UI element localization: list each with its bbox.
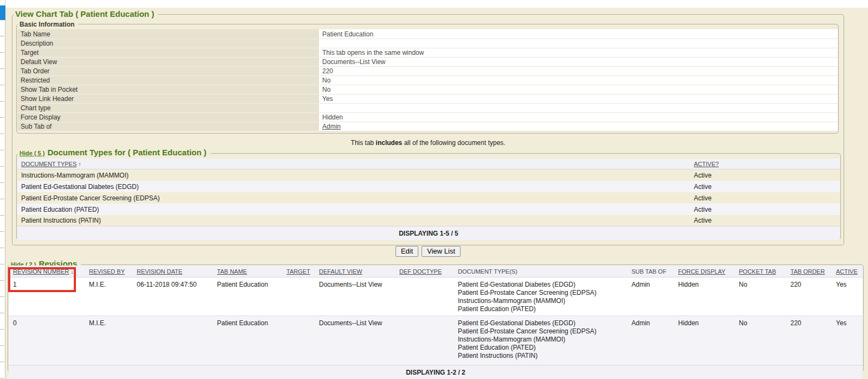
force-display-sort-link[interactable]: FORCE DISPLAY	[678, 268, 725, 275]
table-header-row: DOCUMENT TYPES↑ ACTIVE?	[17, 159, 840, 169]
tab-name-sort-link[interactable]: TAB NAME	[217, 268, 247, 275]
field-value-show-link-header: Yes	[319, 94, 838, 103]
revision-number: 0	[9, 316, 85, 365]
table-row: Tab Name Patient Education	[17, 29, 838, 39]
def-doctype-sort-link[interactable]: DEF DOCTYPE	[399, 268, 442, 275]
field-label-tab-order: Tab Order	[17, 66, 319, 75]
document-types-table: DOCUMENT TYPES↑ ACTIVE? Instructions-Mam…	[17, 159, 840, 240]
col-header-document-types: DOCUMENT TYPE(S)	[454, 266, 627, 277]
table-row: Patient Ed-Prostate Cancer Screening (ED…	[17, 192, 840, 204]
field-label-restricted: Restricted	[17, 75, 319, 85]
document-type-active: Active	[690, 192, 840, 204]
pocket-tab: No	[735, 277, 786, 316]
revision-date-sort-link[interactable]: REVISION DATE	[137, 268, 182, 275]
field-value-force-display: Hidden	[319, 112, 838, 122]
revised-by-sort-link[interactable]: REVISED BY	[89, 268, 125, 275]
field-value-description	[319, 39, 838, 48]
table-row: Tab Order 220	[17, 66, 838, 75]
table-row: Target This tab opens in the same window	[17, 48, 838, 57]
active-sort-link[interactable]: ACTIVE	[836, 268, 858, 275]
tab-name: Patient Education	[213, 277, 282, 316]
target	[282, 316, 315, 365]
table-header-row: REVISION NUMBER↓ REVISED BY REVISION DAT…	[9, 266, 863, 277]
target	[282, 277, 315, 316]
table-row: Patient Instructions (PATIN) Active	[17, 215, 840, 226]
document-types-legend: Hide ( 5 )Document Types for ( Patient E…	[18, 148, 210, 158]
field-label-show-tab-in-pocket: Show Tab in Pocket	[17, 85, 319, 94]
document-types-sort-link[interactable]: DOCUMENT TYPES	[21, 161, 76, 167]
edit-button[interactable]: Edit	[395, 246, 418, 257]
field-label-tab-name: Tab Name	[17, 29, 319, 39]
sub-tab-of: Admin	[627, 277, 674, 316]
sort-descending-icon: ↓	[71, 268, 74, 275]
left-nav-active-indicator	[0, 5, 5, 20]
document-type-name: Instructions-Mammogram (MAMMOI)	[17, 169, 690, 181]
col-header-active: ACTIVE	[832, 266, 863, 277]
table-row: Sub Tab of Admin	[17, 122, 838, 131]
field-value-show-tab-in-pocket: No	[319, 85, 838, 94]
pocket-tab-sort-link[interactable]: POCKET TAB	[739, 268, 776, 275]
table-row: Patient Ed-Gestational Diabetes (EDGD) A…	[17, 181, 840, 192]
col-header-document-types: DOCUMENT TYPES↑	[17, 159, 690, 169]
basic-information-table: Tab Name Patient Education Description T…	[17, 29, 838, 131]
default-view: Documents--List View	[315, 277, 395, 316]
table-row: Patient Education (PATED) Active	[17, 204, 840, 215]
field-value-sub-tab-of: Admin	[319, 122, 838, 131]
col-header-def-doctype: DEF DOCTYPE	[395, 266, 454, 277]
col-header-tab-name: TAB NAME	[213, 266, 282, 277]
revised-by: M.I.E.	[85, 316, 132, 365]
field-value-default-view: Documents--List View	[319, 57, 838, 66]
table-row: Show Tab in Pocket No	[17, 85, 838, 94]
col-header-default-view: DEFAULT VIEW	[315, 266, 395, 277]
active-sort-link[interactable]: ACTIVE?	[694, 161, 719, 167]
revision-date: 06-11-2018 09:47:50	[132, 277, 213, 316]
document-type-active: Active	[690, 169, 840, 181]
field-label-force-display: Force Display	[17, 112, 319, 122]
left-nav-edge	[0, 0, 5, 379]
table-footer-row: DISPLAYING 1-5 / 5	[17, 226, 840, 241]
revisions-table: REVISION NUMBER↓ REVISED BY REVISION DAT…	[9, 266, 863, 379]
document-types-list: Patient Ed-Gestational Diabetes (EDGD) P…	[454, 277, 627, 316]
tab-name: Patient Education	[213, 316, 282, 365]
default-view-sort-link[interactable]: DEFAULT VIEW	[319, 268, 362, 275]
document-type-name: Patient Education (PATED)	[17, 204, 690, 215]
field-label-target: Target	[17, 48, 319, 57]
active: Yes	[832, 277, 863, 316]
sort-ascending-icon: ↑	[78, 161, 81, 167]
target-sort-link[interactable]: TARGET	[286, 268, 310, 275]
revision-number-sort-link[interactable]: REVISION NUMBER	[13, 268, 69, 275]
view-list-button[interactable]: View List	[422, 246, 461, 257]
displaying-count: DISPLAYING 1-5 / 5	[17, 226, 840, 241]
document-type-name: Patient Ed-Prostate Cancer Screening (ED…	[17, 192, 690, 204]
col-header-pocket-tab: POCKET TAB	[735, 266, 786, 277]
pocket-tab: No	[735, 316, 786, 365]
sub-tab-of: Admin	[627, 316, 674, 365]
active: Yes	[832, 316, 863, 365]
field-value-tab-name: Patient Education	[319, 29, 838, 39]
col-header-active: ACTIVE?	[690, 159, 840, 169]
def-doctype	[395, 316, 454, 365]
col-header-target: TARGET	[282, 266, 315, 277]
revision-row-1: 1 M.I.E. 06-11-2018 09:47:50 Patient Edu…	[9, 277, 863, 316]
table-row: Default View Documents--List View	[17, 57, 838, 66]
basic-information-panel: Basic Information Tab Name Patient Educa…	[16, 24, 839, 134]
field-label-default-view: Default View	[17, 57, 319, 66]
tab-order: 220	[786, 316, 832, 365]
col-header-sub-tab-of: SUB TAB OF	[627, 266, 674, 277]
document-type-name: Patient Instructions (PATIN)	[17, 215, 690, 226]
force-display: Hidden	[674, 316, 735, 365]
field-value-chart-type	[319, 103, 838, 112]
def-doctype	[395, 277, 454, 316]
page-title: View Chart Tab ( Patient Education )	[14, 9, 158, 19]
field-value-tab-order: 220	[319, 66, 838, 75]
sub-tab-of-link[interactable]: Admin	[322, 123, 341, 130]
revision-number: 1	[9, 277, 85, 316]
revision-row-2: 0 M.I.E. Patient Education Documents--Li…	[9, 316, 863, 365]
tab-order-sort-link[interactable]: TAB ORDER	[790, 268, 825, 275]
document-type-name: Patient Ed-Gestational Diabetes (EDGD)	[17, 181, 690, 192]
document-types-title: Document Types for ( Patient Education )	[47, 148, 206, 157]
force-display: Hidden	[674, 277, 735, 316]
displaying-count: DISPLAYING 1-2 / 2	[9, 365, 863, 379]
hide-document-types-link[interactable]: Hide ( 5 )	[20, 150, 44, 156]
revised-by: M.I.E.	[85, 277, 132, 316]
